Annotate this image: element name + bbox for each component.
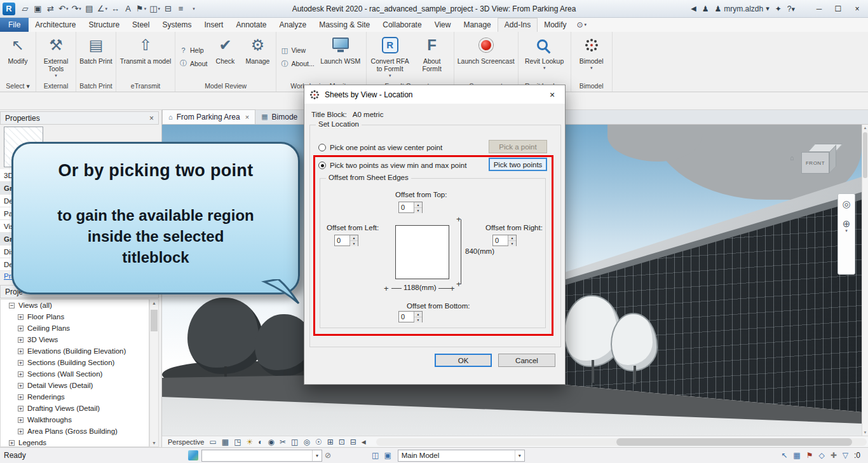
home-icon[interactable]: ⌂ xyxy=(790,154,794,162)
aligned-dimension-icon[interactable]: ↔ xyxy=(109,2,121,16)
expand-icon[interactable]: + xyxy=(18,360,24,366)
tab-annotate[interactable]: Annotate xyxy=(229,18,273,32)
tree-item-elevations[interactable]: +Elevations (Building Elevation) xyxy=(1,345,149,357)
selection-toggle-icon[interactable]: ⊙▾ xyxy=(577,18,587,32)
panel-label[interactable]: Select ▾ xyxy=(0,81,36,92)
worksharing-display-icon[interactable]: ⊞ xyxy=(327,438,334,446)
scroll-up-icon[interactable]: ▲ xyxy=(150,301,158,305)
collapse-titlebar-icon[interactable]: ◀ xyxy=(691,4,696,13)
undo-icon[interactable]: ↶▾ xyxy=(57,2,69,16)
select-links-icon[interactable]: ↖ xyxy=(781,451,787,460)
worksets-icon[interactable] xyxy=(188,450,198,460)
tree-item-3d-views[interactable]: +3D Views xyxy=(1,334,149,345)
maximize-button[interactable]: ☐ xyxy=(829,1,848,17)
scroll-up-icon[interactable]: ▲ xyxy=(862,126,868,130)
wsm-view-button[interactable]: ◫View xyxy=(280,46,314,55)
tree-item-renderings[interactable]: +Renderings xyxy=(1,391,149,403)
temporary-view-properties-icon[interactable]: ⊡ xyxy=(339,438,345,446)
scrollbar-thumb[interactable] xyxy=(616,438,852,446)
pick-one-point-radio[interactable]: Pick one point as view center point xyxy=(318,144,442,151)
temporary-hide-isolate-icon[interactable]: ◎ xyxy=(303,438,309,446)
reveal-hidden-elements-icon[interactable]: ☉ xyxy=(315,438,322,446)
visual-style-icon[interactable]: ◳ xyxy=(234,438,241,446)
expand-icon[interactable]: + xyxy=(18,406,24,411)
user-account-button[interactable]: ♟mrym.alzdh▾ xyxy=(714,4,769,13)
tree-item-floor-plans[interactable]: +Floor Plans xyxy=(1,311,149,322)
close-icon[interactable]: × xyxy=(149,114,154,123)
shadows-icon[interactable]: ◐ xyxy=(258,438,262,446)
scrollbar-thumb[interactable] xyxy=(151,310,158,331)
transmit-model-button[interactable]: ⇧Transmit a model xyxy=(119,34,172,81)
view-cube-top-face[interactable] xyxy=(808,144,843,152)
measure-icon[interactable]: ∠▾ xyxy=(96,2,109,16)
expand-icon[interactable]: + xyxy=(18,337,24,343)
active-workset-combobox[interactable]: ▾ xyxy=(201,450,322,462)
design-options-icon[interactable]: ▣ xyxy=(384,451,391,460)
wsm-about-button[interactable]: ⓘAbout... xyxy=(280,59,314,69)
thin-lines-icon[interactable]: ≡ xyxy=(175,2,187,16)
tree-item-detail-views[interactable]: +Detail Views (Detail) xyxy=(1,380,149,391)
expand-icon[interactable]: + xyxy=(18,394,24,400)
crop-view-icon[interactable]: ✂ xyxy=(280,438,286,446)
collapse-expander-icon[interactable]: − xyxy=(9,303,15,308)
section-icon[interactable]: ⊟ xyxy=(162,2,174,16)
minimize-button[interactable]: ─ xyxy=(810,1,829,17)
scroll-down-icon[interactable]: ▼ xyxy=(862,431,868,434)
model-review-about-button[interactable]: ⓘAbout xyxy=(179,59,207,68)
tree-item-views[interactable]: −Views (all) xyxy=(1,300,149,311)
tree-scrollbar[interactable]: ▲ ▼ xyxy=(149,299,159,447)
tab-structure[interactable]: Structure xyxy=(82,18,126,32)
customize-qat-icon[interactable]: ▾ xyxy=(187,2,200,16)
close-tab-icon[interactable]: × xyxy=(245,113,249,121)
tab-architecture[interactable]: Architecture xyxy=(29,18,82,32)
filter-icon[interactable]: ▽ xyxy=(843,451,848,460)
modify-button[interactable]: ↖Modify xyxy=(3,34,33,81)
tree-item-area-plans[interactable]: +Area Plans (Gross Building) xyxy=(1,425,149,437)
sun-path-icon[interactable]: ☀ xyxy=(247,438,254,446)
crop-region-visibility-icon[interactable]: ◫ xyxy=(291,438,298,446)
collapse-toolbar-icon[interactable]: ◀ xyxy=(362,439,366,445)
tab-massing-site[interactable]: Massing & Site xyxy=(313,18,376,32)
expand-icon[interactable]: + xyxy=(18,326,24,331)
radio-icon[interactable] xyxy=(318,144,326,151)
app-store-icon[interactable]: ✦ xyxy=(775,4,782,13)
close-button[interactable]: × xyxy=(848,1,867,17)
external-tools-button[interactable]: ⚒External Tools▾ xyxy=(39,34,73,81)
expand-icon[interactable]: + xyxy=(18,349,24,354)
tree-item-legends[interactable]: +Legends xyxy=(1,437,149,447)
tab-insert[interactable]: Insert xyxy=(198,18,229,32)
dialog-title-bar[interactable]: Sheets by View - Location × xyxy=(304,85,565,104)
view-cube-front-face[interactable]: FRONT xyxy=(801,152,829,174)
expand-icon[interactable]: + xyxy=(18,429,24,434)
batch-print-button[interactable]: ▤Batch Print xyxy=(79,34,113,81)
analytical-model-icon[interactable]: ⊟ xyxy=(350,438,356,446)
tree-item-drafting-views[interactable]: +Drafting Views (Detail) xyxy=(1,403,149,414)
view-tab-from-parking-area[interactable]: ⌂ From Parking Area × xyxy=(162,109,255,124)
expand-icon[interactable]: + xyxy=(18,314,24,320)
tree-item-walkthroughs[interactable]: +Walkthroughs xyxy=(1,414,149,425)
tab-steel[interactable]: Steel xyxy=(126,18,156,32)
select-by-face-icon[interactable]: ◇ xyxy=(818,451,824,460)
tree-item-sections-building[interactable]: +Sections (Building Section) xyxy=(1,357,149,368)
help-button[interactable]: ?▾ xyxy=(787,4,795,13)
tab-add-ins[interactable]: Add-Ins xyxy=(498,18,538,32)
select-underlay-icon[interactable]: ▦ xyxy=(793,451,800,460)
check-button[interactable]: ✔Check xyxy=(210,34,240,81)
expand-icon[interactable]: + xyxy=(9,440,15,446)
convert-rfa-button[interactable]: RConvert RFA to FormIt▾ xyxy=(369,34,411,81)
design-option-combobox[interactable]: Main Model▾ xyxy=(398,450,525,462)
editable-only-icon[interactable]: ⊘ xyxy=(325,451,331,460)
close-icon[interactable]: × xyxy=(541,86,563,103)
bimodel-button[interactable]: Bimodel▾ xyxy=(574,34,609,81)
view-cube[interactable]: ⌂ FRONT xyxy=(799,144,838,181)
people-icon[interactable]: ♟ xyxy=(702,4,709,13)
tab-view[interactable]: View xyxy=(428,18,458,32)
tab-file[interactable]: File xyxy=(0,18,29,32)
tab-analyze[interactable]: Analyze xyxy=(273,18,313,32)
ok-button[interactable]: OK xyxy=(435,354,492,367)
design-options-icon[interactable]: ◫ xyxy=(372,451,379,460)
expand-icon[interactable]: + xyxy=(18,417,24,423)
print-icon[interactable]: ▤ xyxy=(83,2,95,16)
save-icon[interactable]: ▣ xyxy=(32,2,44,16)
expand-icon[interactable]: + xyxy=(18,383,24,389)
